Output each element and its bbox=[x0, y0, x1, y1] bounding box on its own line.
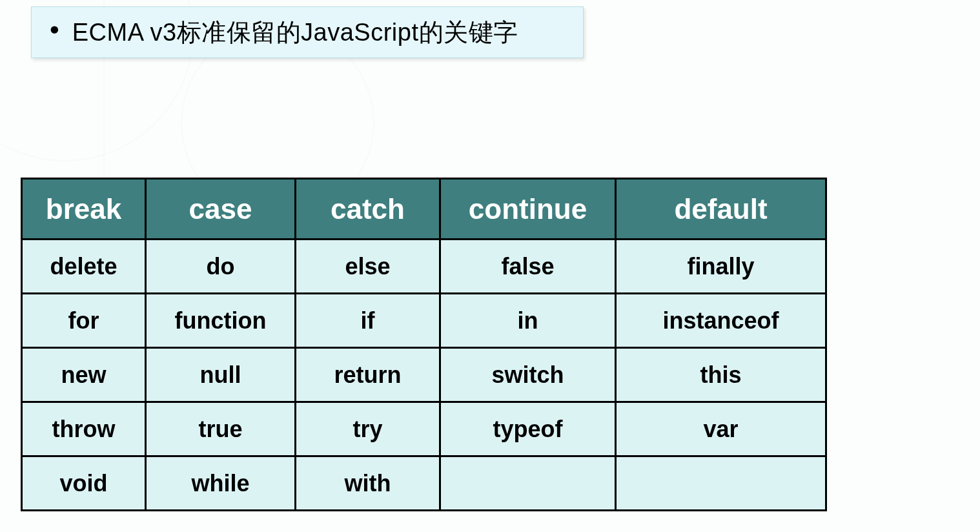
table-cell: new bbox=[22, 348, 146, 402]
table-cell: while bbox=[146, 456, 296, 511]
table-row: for function if in instanceof bbox=[22, 294, 826, 348]
table-header-cell: catch bbox=[296, 179, 440, 240]
table-cell: if bbox=[296, 294, 440, 348]
heading-banner: • ECMA v3标准保留的JavaScript的关键字 bbox=[31, 6, 584, 58]
table-row: delete do else false finally bbox=[22, 240, 826, 294]
table-header-cell: continue bbox=[440, 179, 616, 240]
table-cell: return bbox=[296, 348, 440, 402]
table-cell: in bbox=[440, 294, 616, 348]
table-cell: null bbox=[146, 348, 296, 402]
table-cell: function bbox=[146, 294, 296, 348]
table-row: throw true try typeof var bbox=[22, 402, 826, 456]
table-cell: switch bbox=[440, 348, 616, 402]
table-cell: for bbox=[22, 294, 146, 348]
table-header-row: break case catch continue default bbox=[22, 179, 826, 240]
table-cell bbox=[440, 456, 616, 511]
heading-text: ECMA v3标准保留的JavaScript的关键字 bbox=[72, 16, 518, 49]
table-row: void while with bbox=[22, 456, 826, 511]
table-row: new null return switch this bbox=[22, 348, 826, 402]
table-cell: var bbox=[616, 402, 826, 456]
table-cell: else bbox=[296, 240, 440, 294]
table-cell: void bbox=[22, 456, 146, 511]
table-cell: do bbox=[146, 240, 296, 294]
keywords-table: break case catch continue default delete… bbox=[21, 178, 827, 511]
table-header-cell: case bbox=[146, 179, 296, 240]
table-cell: delete bbox=[22, 240, 146, 294]
table-cell: typeof bbox=[440, 402, 616, 456]
table-cell: true bbox=[146, 402, 296, 456]
bullet-icon: • bbox=[50, 16, 59, 43]
table-cell: finally bbox=[616, 240, 826, 294]
table-cell: throw bbox=[22, 402, 146, 456]
table-cell: false bbox=[440, 240, 616, 294]
table-cell: with bbox=[296, 456, 440, 511]
table-cell: instanceof bbox=[616, 294, 826, 348]
table-header-cell: default bbox=[616, 179, 826, 240]
table-header-cell: break bbox=[22, 179, 146, 240]
table-cell: try bbox=[296, 402, 440, 456]
table-cell bbox=[616, 456, 826, 511]
table-cell: this bbox=[616, 348, 826, 402]
